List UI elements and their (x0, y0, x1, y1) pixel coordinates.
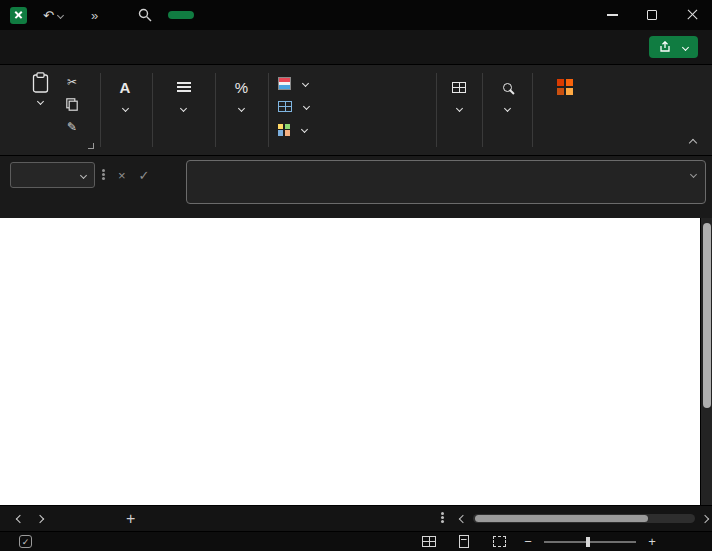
ribbon-separator (268, 73, 269, 147)
add-sheet-button[interactable]: + (126, 510, 135, 528)
zoom-in-button[interactable]: + (645, 534, 659, 549)
minimize-icon (607, 14, 618, 15)
ribbon: ✂ ✎ A % (0, 64, 712, 155)
title-bar: ↶ » (0, 0, 712, 30)
conditional-formatting-dropdown-icon (302, 80, 309, 87)
cancel-icon[interactable]: × (118, 168, 126, 183)
hscroll-thumb[interactable] (475, 515, 648, 522)
excel-app-icon[interactable] (10, 7, 27, 24)
name-box-dropdown-icon[interactable] (80, 171, 87, 178)
add-ins-icon (557, 78, 573, 96)
cells-group-button[interactable] (436, 78, 482, 111)
sheet-tab-bar: + (0, 505, 712, 531)
editing-group-button[interactable] (482, 78, 532, 111)
hscroll-left-icon[interactable] (459, 514, 467, 522)
percent-icon: % (235, 78, 248, 96)
close-icon (686, 9, 699, 22)
styles-group (278, 74, 309, 139)
font-expand-icon (121, 105, 128, 112)
font-group-button[interactable]: A (98, 78, 152, 111)
clipboard-small-buttons: ✂ ✎ (62, 75, 82, 134)
sheet-nav-right-icon[interactable] (30, 516, 50, 522)
share-dropdown-icon (682, 43, 689, 50)
cut-icon[interactable]: ✂ (67, 75, 77, 89)
hscroll-right-icon[interactable] (701, 514, 709, 522)
formula-separator-dots-icon (102, 169, 105, 172)
minimize-button[interactable] (592, 0, 632, 30)
name-box[interactable] (10, 162, 95, 188)
share-icon (659, 41, 671, 53)
conditional-formatting-button[interactable] (278, 74, 309, 93)
zoom-slider[interactable] (544, 541, 636, 543)
cell-styles-dropdown-icon (301, 126, 308, 133)
number-expand-icon (238, 105, 245, 112)
font-icon: A (120, 78, 131, 96)
page-layout-view-icon[interactable] (451, 535, 477, 548)
editing-expand-icon (503, 105, 510, 112)
zoom-out-button[interactable]: − (521, 534, 535, 549)
vertical-scrollbar[interactable] (700, 218, 712, 505)
format-as-table-icon (278, 101, 292, 112)
paste-dropdown-icon (36, 98, 43, 105)
ribbon-separator (532, 73, 533, 147)
alignment-group-button[interactable] (152, 78, 215, 111)
spreadsheet (0, 218, 700, 505)
clipboard-dialog-launcher-icon[interactable] (88, 143, 94, 149)
sign-in-button[interactable] (168, 11, 194, 19)
window-controls (592, 0, 712, 30)
normal-view-icon[interactable] (416, 536, 442, 547)
paste-button[interactable] (20, 72, 60, 104)
more-commands-icon[interactable]: » (91, 8, 98, 23)
formula-input[interactable] (186, 160, 706, 204)
undo-icon[interactable]: ↶ (43, 8, 54, 23)
paste-icon (32, 72, 49, 93)
horizontal-scrollbar[interactable] (460, 514, 708, 523)
status-bar: ✓ − + (0, 531, 712, 551)
maximize-button[interactable] (632, 0, 672, 30)
grid-zone (0, 218, 712, 505)
magnifier-icon (503, 78, 512, 96)
formula-bar-buttons: × ✓ (102, 162, 163, 188)
excel-window: ↶ » ✂ ✎ (0, 0, 712, 551)
formula-bar-expand-icon[interactable] (690, 171, 697, 178)
ribbon-tab-bar (0, 30, 712, 64)
accessibility-icon[interactable]: ✓ (19, 535, 32, 548)
format-as-table-dropdown-icon (303, 103, 310, 110)
share-button[interactable] (649, 36, 698, 58)
conditional-formatting-icon (278, 77, 291, 90)
hscroll-track[interactable] (473, 514, 695, 523)
add-ins-button[interactable] (534, 78, 596, 101)
number-group-button[interactable]: % (215, 78, 268, 111)
cells-icon (452, 78, 466, 96)
search-icon[interactable] (138, 8, 152, 22)
close-button[interactable] (672, 0, 712, 30)
alignment-expand-icon (180, 105, 187, 112)
maximize-icon (647, 10, 657, 20)
cell-styles-icon (278, 124, 290, 136)
enter-icon[interactable]: ✓ (139, 168, 150, 183)
alignment-icon (177, 78, 191, 96)
format-painter-icon[interactable]: ✎ (67, 120, 77, 134)
copy-icon[interactable] (66, 98, 78, 111)
cell-styles-button[interactable] (278, 120, 309, 139)
vscroll-thumb[interactable] (703, 223, 711, 408)
collapse-ribbon-icon[interactable] (689, 139, 697, 147)
page-break-view-icon[interactable] (486, 536, 512, 547)
sheet-options-icon[interactable] (441, 512, 444, 515)
undo-dropdown-icon[interactable] (57, 11, 64, 18)
zoom-slider-thumb[interactable] (586, 537, 590, 547)
sheet-nav-left-icon[interactable] (10, 516, 30, 522)
cells-expand-icon (455, 105, 462, 112)
format-as-table-button[interactable] (278, 97, 309, 116)
formula-bar: × ✓ (0, 155, 712, 218)
